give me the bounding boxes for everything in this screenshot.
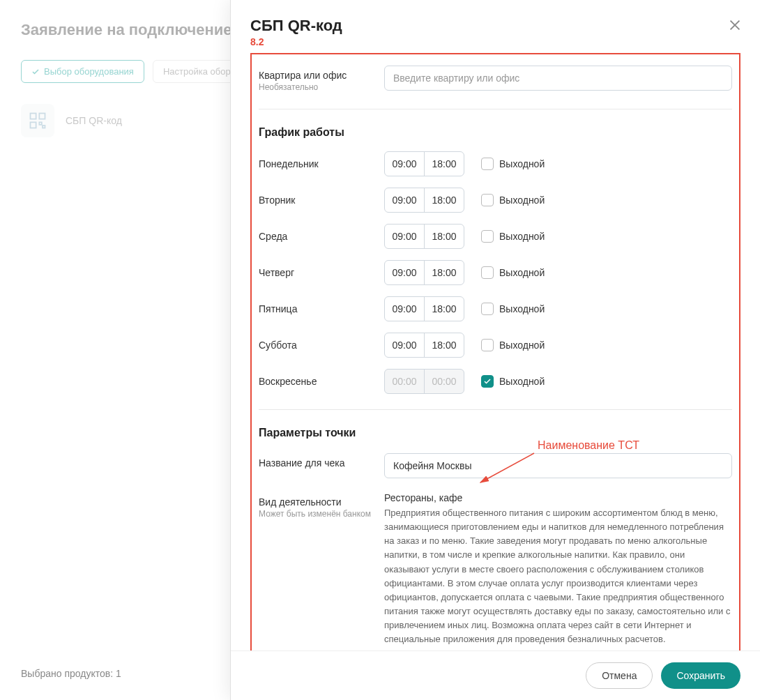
time-from-input[interactable] xyxy=(385,225,424,248)
svg-line-7 xyxy=(480,453,534,482)
modal-panel: СБП QR-код 8.2 Квартира или офис Необяза… xyxy=(230,0,760,700)
dayoff-checkbox[interactable] xyxy=(481,158,494,170)
dayoff-label: Выходной xyxy=(499,158,545,169)
dayoff-checkbox[interactable] xyxy=(481,375,494,388)
apartment-label: Квартира или офис xyxy=(259,70,384,81)
time-to-input[interactable] xyxy=(425,333,464,357)
save-button[interactable]: Сохранить xyxy=(661,662,740,689)
schedule-day-name: Воскресенье xyxy=(259,376,384,387)
time-group xyxy=(384,188,464,213)
dayoff-checkbox[interactable] xyxy=(481,194,494,206)
time-from-input[interactable] xyxy=(385,370,424,393)
svg-rect-1 xyxy=(39,114,45,119)
svg-rect-4 xyxy=(43,125,45,128)
schedule-row: Пятница Выходной xyxy=(259,291,732,327)
dayoff-toggle[interactable]: Выходной xyxy=(481,303,545,315)
schedule-day-name: Суббота xyxy=(259,340,384,351)
time-to-input[interactable] xyxy=(425,297,464,321)
dayoff-toggle[interactable]: Выходной xyxy=(481,194,545,206)
schedule-title: График работы xyxy=(259,119,732,146)
activity-sublabel: Может быть изменён банком xyxy=(259,509,384,519)
bg-step-config[interactable]: Настройка обор xyxy=(153,60,241,83)
schedule-row: Суббота Выходной xyxy=(259,327,732,363)
dayoff-label: Выходной xyxy=(499,231,545,242)
schedule-row: Среда Выходной xyxy=(259,218,732,254)
svg-rect-3 xyxy=(39,122,42,125)
schedule-day-name: Пятница xyxy=(259,303,384,314)
time-from-input[interactable] xyxy=(385,261,424,284)
time-group xyxy=(384,260,464,285)
time-to-input[interactable] xyxy=(425,370,464,393)
cancel-button[interactable]: Отмена xyxy=(586,662,653,689)
dayoff-checkbox[interactable] xyxy=(481,339,494,351)
receipt-name-input[interactable] xyxy=(384,453,732,478)
time-from-input[interactable] xyxy=(385,188,424,212)
svg-rect-2 xyxy=(31,122,36,128)
bg-footer-count: Выбрано продуктов: 1 xyxy=(21,668,121,679)
dayoff-checkbox[interactable] xyxy=(481,303,494,315)
dayoff-checkbox[interactable] xyxy=(481,266,494,279)
time-to-input[interactable] xyxy=(425,225,464,248)
time-to-input[interactable] xyxy=(425,152,464,176)
time-group xyxy=(384,224,464,249)
dayoff-label: Выходной xyxy=(499,376,545,387)
activity-label: Вид деятельности xyxy=(259,496,384,508)
schedule-day-name: Четверг xyxy=(259,267,384,278)
schedule-day-name: Понедельник xyxy=(259,158,384,169)
time-group xyxy=(384,296,464,321)
modal-title: СБП QR-код xyxy=(250,17,740,35)
dayoff-label: Выходной xyxy=(499,340,545,351)
annotation-label: Наименование ТСТ xyxy=(538,439,639,452)
time-from-input[interactable] xyxy=(385,297,424,321)
modal-version: 8.2 xyxy=(250,36,740,47)
dayoff-toggle[interactable]: Выходной xyxy=(481,158,545,170)
time-to-input[interactable] xyxy=(425,261,464,284)
params-title: Параметры точки xyxy=(259,420,732,446)
schedule-row: Четверг Выходной xyxy=(259,254,732,291)
apartment-sublabel: Необязательно xyxy=(259,82,384,92)
receipt-name-label: Название для чека xyxy=(259,457,384,469)
dayoff-toggle[interactable]: Выходной xyxy=(481,230,545,243)
dayoff-toggle[interactable]: Выходной xyxy=(481,375,545,388)
schedule-day-name: Среда xyxy=(259,231,384,242)
dayoff-label: Выходной xyxy=(499,267,545,278)
schedule-row: Воскресенье Выходной xyxy=(259,363,732,400)
time-from-input[interactable] xyxy=(385,152,424,176)
dayoff-checkbox[interactable] xyxy=(481,230,494,243)
schedule-row: Вторник Выходной xyxy=(259,182,732,218)
activity-name: Рестораны, кафе xyxy=(384,492,732,503)
svg-rect-0 xyxy=(31,114,36,119)
dayoff-label: Выходной xyxy=(499,195,545,206)
dayoff-toggle[interactable]: Выходной xyxy=(481,339,545,351)
schedule-day-name: Вторник xyxy=(259,195,384,206)
qr-code-icon xyxy=(21,104,54,137)
time-group xyxy=(384,369,464,394)
time-to-input[interactable] xyxy=(425,188,464,212)
time-group xyxy=(384,151,464,176)
apartment-input[interactable] xyxy=(384,66,732,91)
schedule-row: Понедельник Выходной xyxy=(259,146,732,182)
bg-product-name: СБП QR-код xyxy=(66,115,122,126)
time-from-input[interactable] xyxy=(385,333,424,357)
dayoff-label: Выходной xyxy=(499,303,545,314)
close-icon[interactable] xyxy=(725,15,745,35)
time-group xyxy=(384,333,464,358)
bg-step-equipment[interactable]: Выбор оборудования xyxy=(21,60,144,83)
activity-description: Предприятия общественного питания с широ… xyxy=(384,506,732,646)
dayoff-toggle[interactable]: Выходной xyxy=(481,266,545,279)
annotation-arrow-icon xyxy=(475,452,538,487)
